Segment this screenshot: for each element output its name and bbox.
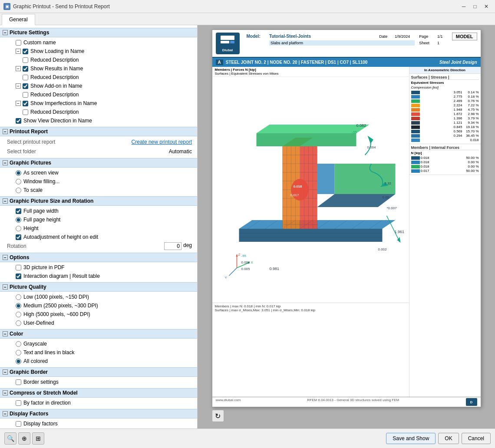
collapse-options[interactable]: − xyxy=(3,255,8,260)
radio-text-lines-black[interactable] xyxy=(16,350,21,356)
label-reduced-desc-3[interactable]: Reduced Description xyxy=(23,92,79,98)
maximize-button[interactable]: □ xyxy=(470,2,480,11)
label-quality-user-defined[interactable]: User-Defined xyxy=(16,320,54,326)
label-show-addon[interactable]: Show Add-on in Name xyxy=(23,83,82,89)
label-autoadjust[interactable]: Autoadjustment of height on edit xyxy=(16,234,98,240)
save-and-show-button[interactable]: Save and Show xyxy=(386,433,436,444)
label-text-lines-black[interactable]: Text and lines in black xyxy=(16,349,74,356)
collapse-picture-settings[interactable]: − xyxy=(3,30,8,35)
collapse-compress-stretch[interactable]: − xyxy=(3,390,8,395)
label-full-page-height[interactable]: Full page height xyxy=(16,217,60,223)
radio-all-colored[interactable] xyxy=(16,359,21,364)
radio-full-page-height[interactable] xyxy=(16,217,21,223)
label-quality-low[interactable]: Low (1000 pixels, ~150 DPI) xyxy=(16,294,89,300)
collapse-display-factors[interactable]: − xyxy=(3,411,8,416)
tab-general[interactable]: General xyxy=(2,14,35,25)
checkbox-display-factors[interactable] xyxy=(16,421,21,427)
radio-as-screen-view[interactable] xyxy=(16,170,21,176)
rotation-input[interactable] xyxy=(164,242,182,250)
toolbar-grid-button[interactable]: ⊞ xyxy=(32,432,44,445)
label-custom-name[interactable]: Custom name xyxy=(16,40,56,46)
label-all-colored[interactable]: All colored xyxy=(16,358,48,364)
search-icon: 🔍 xyxy=(7,435,14,442)
section-options[interactable]: − Options xyxy=(0,253,197,262)
checkbox-reduced-desc-3[interactable] xyxy=(23,92,28,98)
collapse-size-rotation[interactable]: − xyxy=(3,198,8,204)
checkbox-custom-name[interactable] xyxy=(16,40,21,46)
label-show-loading[interactable]: Show Loading in Name xyxy=(23,48,84,54)
checkbox-show-view-direction[interactable] xyxy=(16,118,21,124)
label-quality-medium[interactable]: Medium (2500 pixels, ~300 DPI) xyxy=(16,303,98,309)
label-interaction-diagram[interactable]: Interaction diagram | Result table xyxy=(16,273,100,279)
radio-height[interactable] xyxy=(16,226,21,231)
label-border-settings[interactable]: Border settings xyxy=(16,379,59,385)
section-picture-settings[interactable]: − Picture Settings xyxy=(0,28,197,37)
label-text-show-addon: Show Add-on in Name xyxy=(30,83,82,89)
checkbox-border-settings[interactable] xyxy=(16,379,21,385)
label-show-results[interactable]: Show Results in Name xyxy=(23,66,83,72)
checkbox-show-addon[interactable] xyxy=(23,83,28,89)
section-display-factors[interactable]: − Display Factors xyxy=(0,409,197,418)
checkbox-reduced-desc-2[interactable] xyxy=(23,75,28,80)
checkbox-full-page-width[interactable] xyxy=(16,208,21,214)
cancel-button[interactable]: Cancel xyxy=(462,433,491,444)
label-window-filling[interactable]: Window filling... xyxy=(16,178,59,184)
label-reduced-desc-4[interactable]: Reduced Description xyxy=(23,109,79,115)
section-picture-quality[interactable]: − Picture Quality xyxy=(0,282,197,292)
radio-to-scale[interactable] xyxy=(16,188,21,193)
create-printout-link[interactable]: Create new printout report xyxy=(132,139,192,145)
checkbox-show-results[interactable] xyxy=(23,66,28,72)
setting-full-page-width: Full page width xyxy=(0,207,197,215)
toolbar-add-button[interactable]: ⊕ xyxy=(18,432,30,445)
collapse-show-imperfections[interactable]: − xyxy=(16,101,21,106)
minimize-button[interactable]: ─ xyxy=(459,2,469,11)
legend-members-title: Members | Internal Forces xyxy=(411,145,479,150)
label-display-factors[interactable]: Display factors xyxy=(16,421,58,427)
section-printout-report[interactable]: − Printout Report xyxy=(0,127,197,136)
label-show-view-direction[interactable]: Show View Direction in Name xyxy=(16,118,92,124)
radio-quality-user-defined[interactable] xyxy=(16,320,21,326)
section-color[interactable]: − Color xyxy=(0,329,197,339)
refresh-preview-button[interactable]: ↻ xyxy=(212,410,224,422)
checkbox-reduced-desc-1[interactable] xyxy=(23,57,28,63)
checkbox-3d-pdf[interactable] xyxy=(16,265,21,270)
collapse-show-loading[interactable]: − xyxy=(16,49,21,54)
radio-quality-high[interactable] xyxy=(16,312,21,317)
label-reduced-desc-2[interactable]: Reduced Description xyxy=(23,74,79,80)
checkbox-interaction-diagram[interactable] xyxy=(16,273,21,279)
collapse-graphic-border[interactable]: − xyxy=(3,369,8,375)
radio-quality-low[interactable] xyxy=(16,294,21,300)
collapse-printout-report[interactable]: − xyxy=(3,129,8,134)
section-compress-stretch[interactable]: − Compress or Stretch Model xyxy=(0,388,197,398)
collapse-color[interactable]: − xyxy=(3,331,8,336)
ok-button[interactable]: OK xyxy=(438,433,459,444)
label-3d-pdf[interactable]: 3D picture in PDF xyxy=(16,264,65,270)
section-graphic-pictures[interactable]: − Graphic Pictures xyxy=(0,158,197,168)
checkbox-reduced-desc-4[interactable] xyxy=(23,109,28,115)
label-as-screen-view[interactable]: As screen view xyxy=(16,170,59,176)
radio-grayscale[interactable] xyxy=(16,341,21,347)
radio-quality-medium[interactable] xyxy=(16,303,21,309)
checkbox-show-imperfections[interactable] xyxy=(23,101,28,106)
collapse-show-addon[interactable]: − xyxy=(16,83,21,89)
collapse-picture-quality[interactable]: − xyxy=(3,284,8,290)
close-button[interactable]: ✕ xyxy=(481,2,492,11)
checkbox-autoadjust[interactable] xyxy=(16,234,21,240)
section-graphic-border[interactable]: − Graphic Border xyxy=(0,367,197,377)
label-to-scale[interactable]: To scale xyxy=(16,187,43,193)
label-reduced-desc-1[interactable]: Reduced Description xyxy=(23,57,79,63)
label-show-imperfections[interactable]: Show Imperfections in Name xyxy=(23,100,97,106)
label-by-factor[interactable]: By factor in direction xyxy=(16,400,71,406)
toolbar-search-button[interactable]: 🔍 xyxy=(4,432,16,445)
label-quality-high[interactable]: High (5000 pixels, ~600 DPI) xyxy=(16,311,90,317)
label-height[interactable]: Height xyxy=(16,225,39,231)
checkbox-by-factor[interactable] xyxy=(16,400,21,406)
collapse-graphic-pictures[interactable]: − xyxy=(3,160,8,165)
label-full-page-width[interactable]: Full page width xyxy=(16,208,59,214)
label-grayscale[interactable]: Grayscale xyxy=(16,341,47,347)
radio-window-filling[interactable] xyxy=(16,179,21,184)
checkbox-show-loading[interactable] xyxy=(23,49,28,54)
preview-container: Dlubal Model: Tutorial-Steel-Joints Date… xyxy=(212,30,481,407)
collapse-show-results[interactable]: − xyxy=(16,66,21,71)
section-size-rotation[interactable]: − Graphic Picture Size and Rotation xyxy=(0,196,197,206)
